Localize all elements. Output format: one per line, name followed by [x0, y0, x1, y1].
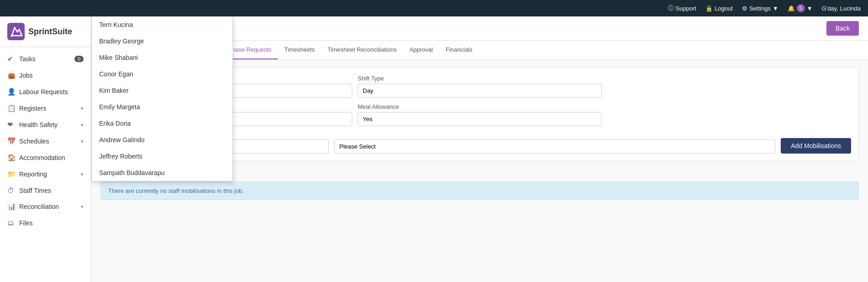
notifications-arrow-icon: ▼ — [807, 5, 813, 12]
sidebar-nav: ✔ Tasks 0 👜 Jobs 👤 Labour Requests 📋 Reg… — [0, 47, 91, 282]
sidebar-item-files[interactable]: 🗂 Files — [0, 215, 91, 231]
reconciliation-icon: 📊 — [7, 202, 16, 211]
dropdown-item-mike-shabani[interactable]: Mike Shabani — [92, 49, 233, 66]
sidebar-item-reporting[interactable]: 📁 Reporting ▾ — [0, 166, 91, 182]
meal-allowance-select[interactable]: Yes — [358, 112, 602, 126]
notification-badge: 5 — [797, 4, 805, 12]
settings-icon: ⚙ — [742, 5, 747, 12]
staff-times-icon: ⏱ — [7, 186, 16, 194]
sidebar-arrow-registers: ▾ — [81, 106, 84, 112]
add-mobilisations-button[interactable]: Add Mobilisations — [781, 138, 851, 154]
greeting-text: G'day, Lucinda — [822, 5, 861, 12]
staff-select-full-wrapper: Please Select — [334, 139, 776, 154]
sidebar-item-registers[interactable]: 📋 Registers ▾ — [0, 100, 91, 117]
accommodation-icon: 🏠 — [7, 154, 16, 162]
sidebar-item-health-safety[interactable]: ❤ Health Safety ▾ — [0, 117, 91, 133]
tasks-icon: ✔ — [7, 55, 16, 63]
dropdown-item-terri-kucina[interactable]: Terri Kucina — [92, 16, 233, 33]
sidebar-label-registers: Registers — [19, 105, 77, 112]
labour-requests-icon: 👤 — [7, 88, 16, 96]
sidebar-label-files: Files — [19, 219, 84, 227]
sidebar-badge-tasks: 0 — [74, 56, 84, 62]
sidebar: SprintSuite ✔ Tasks 0 👜 Jobs 👤 Labour Re… — [0, 16, 91, 282]
dropdown-item-erika-doria[interactable]: Erika Doria — [92, 115, 233, 132]
logout-icon: 🔒 — [705, 5, 713, 12]
health-safety-icon: ❤ — [7, 121, 16, 129]
sidebar-item-accommodation[interactable]: 🏠 Accommodation — [0, 149, 91, 166]
svg-point-2 — [11, 35, 13, 37]
meal-allowance-label: Meal Allowance — [358, 103, 602, 110]
sidebar-label-staff-times: Staff Times — [19, 187, 84, 194]
sidebar-item-schedules[interactable]: 📅 Schedules ▾ — [0, 133, 91, 149]
sidebar-label-labour-requests: Labour Requests — [19, 88, 84, 96]
registers-icon: 📋 — [7, 104, 16, 112]
sidebar-logo: SprintSuite — [0, 16, 91, 47]
staff-mobilised-select-full[interactable]: Please Select — [334, 139, 776, 154]
shift-type-group: Shift Type Day — [358, 75, 602, 98]
schedules-icon: 📅 — [7, 137, 16, 145]
tab-timesheets[interactable]: Timesheets — [278, 41, 321, 59]
dropdown-item-kim-baker[interactable]: Kim Baker — [92, 82, 233, 99]
sidebar-item-reconciliation[interactable]: 📊 Reconciliation ▾ — [0, 198, 91, 215]
dropdown-item-bradley-george[interactable]: Bradley George — [92, 33, 233, 49]
mobilisations-empty-notice: There are currently no staff mobilisatio… — [101, 181, 859, 200]
sidebar-arrow-health-safety: ▾ — [81, 122, 84, 128]
sidebar-arrow-reconciliation: ▾ — [81, 204, 84, 210]
sidebar-item-labour-requests[interactable]: 👤 Labour Requests — [0, 84, 91, 100]
notifications-bell[interactable]: 🔔 5 ▼ — [788, 4, 813, 12]
form-cell-empty-1 — [607, 75, 851, 98]
sidebar-label-reporting: Reporting — [19, 170, 77, 178]
sidebar-arrow-reporting: ▾ — [81, 171, 84, 177]
reporting-icon: 📁 — [7, 170, 16, 178]
tab-timesheet-reconciliations[interactable]: Timesheet Reconciliations — [321, 41, 403, 59]
sidebar-label-accommodation: Accommodation — [19, 154, 84, 161]
meal-allowance-group: Meal Allowance Yes — [358, 103, 602, 126]
form-cell-empty-2 — [607, 103, 851, 126]
staff-dropdown-list: Terri KucinaBradley GeorgeMike ShabaniCo… — [92, 16, 233, 181]
sidebar-label-schedules: Schedules — [19, 138, 77, 145]
files-icon: 🗂 — [7, 219, 16, 227]
bell-icon: 🔔 — [788, 5, 795, 12]
tab-approval[interactable]: Approval — [403, 41, 439, 59]
back-button[interactable]: Back — [826, 21, 859, 36]
dropdown-item-emily-margeta[interactable]: Emily Margeta — [92, 99, 233, 115]
support-link[interactable]: ⓘ Support — [668, 4, 697, 12]
sidebar-arrow-schedules: ▾ — [81, 138, 84, 144]
support-icon: ⓘ — [668, 4, 674, 12]
settings-arrow-icon: ▼ — [773, 5, 778, 12]
tab-financials[interactable]: Financials — [439, 41, 479, 59]
settings-label: Settings — [749, 5, 771, 12]
topbar: ⓘ Support 🔒 Logout ⚙ Settings ▼ 🔔 5 ▼ G'… — [0, 0, 868, 16]
shift-type-select[interactable]: Day — [358, 84, 602, 98]
sidebar-item-tasks[interactable]: ✔ Tasks 0 — [0, 51, 91, 67]
staff-dropdown-overlay: Terri KucinaBradley GeorgeMike ShabaniCo… — [91, 16, 233, 181]
shift-type-label: Shift Type — [358, 75, 602, 82]
dropdown-item-jeffrey-roberts[interactable]: Jeffrey Roberts — [92, 148, 233, 165]
sidebar-item-staff-times[interactable]: ⏱ Staff Times — [0, 182, 91, 198]
sprint-suite-logo-icon — [7, 23, 25, 40]
logo-text: SprintSuite — [28, 27, 72, 37]
dropdown-item-sampath-buddavarapu[interactable]: Sampath Buddavarapu — [92, 165, 233, 181]
sidebar-label-jobs: Jobs — [19, 72, 84, 79]
logout-label: Logout — [715, 5, 733, 12]
sidebar-label-health-safety: Health Safety — [19, 121, 77, 128]
svg-rect-0 — [7, 23, 25, 40]
sidebar-label-tasks: Tasks — [19, 55, 71, 63]
settings-link[interactable]: ⚙ Settings ▼ — [742, 5, 778, 12]
logout-link[interactable]: 🔒 Logout — [705, 5, 733, 12]
dropdown-item-conor-egan[interactable]: Conor Egan — [92, 66, 233, 82]
dropdown-item-andrew-galindo[interactable]: Andrew Galindo — [92, 132, 233, 148]
sidebar-item-jobs[interactable]: 👜 Jobs — [0, 67, 91, 84]
jobs-icon: 👜 — [7, 71, 16, 80]
sidebar-label-reconciliation: Reconciliation — [19, 203, 77, 210]
support-label: Support — [676, 5, 697, 12]
